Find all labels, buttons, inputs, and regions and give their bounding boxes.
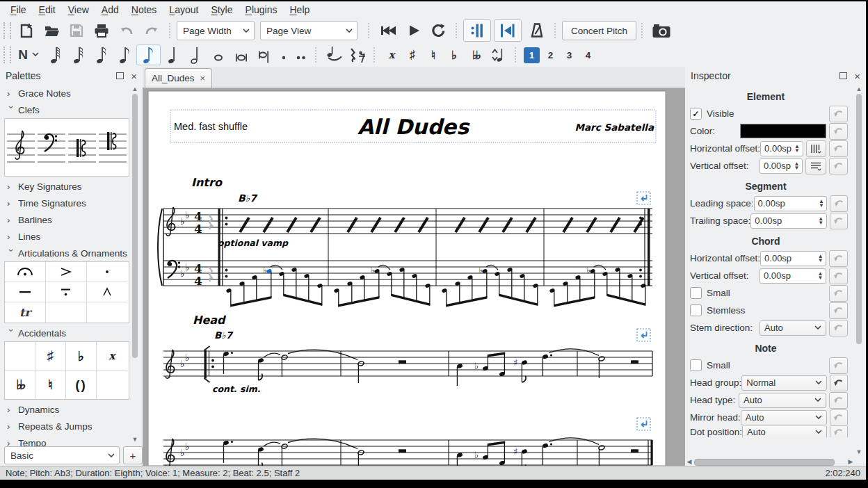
reset-head-type-button[interactable] bbox=[829, 392, 848, 409]
tab-all-dudes[interactable]: All_Dudes × bbox=[145, 68, 212, 88]
note-quarter-button[interactable] bbox=[161, 45, 184, 65]
reset-leading-button[interactable] bbox=[830, 195, 848, 212]
palette-cell-fermata[interactable] bbox=[5, 262, 46, 282]
open-file-button[interactable] bbox=[39, 20, 64, 41]
save-button[interactable] bbox=[64, 20, 89, 41]
hraster-button[interactable] bbox=[806, 140, 827, 157]
palette-item-articulations[interactable]: › Articulations & Ornaments bbox=[0, 245, 129, 261]
reset-stem-direction-button[interactable] bbox=[829, 320, 848, 336]
palette-item-dynamics[interactable]: › Dynamics bbox=[0, 401, 129, 418]
palette-cell-bass-clef[interactable] bbox=[35, 119, 66, 175]
palette-cell-flat[interactable]: ♭ bbox=[66, 342, 97, 371]
tempo-text[interactable]: Med. fast shuffle bbox=[174, 121, 248, 132]
palette-cell-sharp[interactable]: ♯ bbox=[35, 342, 66, 371]
palette-cell-empty[interactable] bbox=[87, 302, 127, 323]
color-swatch[interactable] bbox=[740, 124, 826, 138]
note-half-button[interactable] bbox=[184, 45, 207, 65]
rehearsal-intro[interactable]: Intro bbox=[191, 176, 223, 189]
chord-symbol[interactable]: B♭7 bbox=[214, 330, 234, 341]
note-input-dropdown-chevron[interactable] bbox=[32, 52, 40, 58]
palette-item-repeats-jumps[interactable]: › Repeats & Jumps bbox=[0, 418, 129, 434]
close-icon[interactable]: × bbox=[854, 71, 860, 81]
tie-button[interactable] bbox=[323, 45, 346, 65]
spin-down-arrow[interactable]: ▼ bbox=[794, 166, 800, 170]
dot-position-select[interactable]: Auto bbox=[742, 426, 827, 437]
toolbar-drag-handle[interactable] bbox=[3, 22, 11, 39]
spin-down-arrow[interactable]: ▼ bbox=[794, 149, 800, 153]
natural-button[interactable]: ♮ bbox=[423, 45, 444, 65]
voice-1-button[interactable]: 1 bbox=[524, 47, 540, 63]
score-page-svg[interactable]: Med. fast shuffle All Dudes Marc Sabatel… bbox=[143, 88, 685, 466]
scroll-left-arrow[interactable]: ◀ bbox=[685, 457, 693, 466]
rehearsal-head[interactable]: Head bbox=[193, 314, 227, 327]
note-longa-button[interactable] bbox=[252, 45, 275, 65]
new-score-button[interactable] bbox=[14, 20, 39, 41]
palette-cell-parentheses[interactable]: () bbox=[66, 371, 97, 399]
palette-cell-empty[interactable] bbox=[5, 342, 35, 371]
reset-dot-position-button[interactable] bbox=[830, 426, 848, 437]
composer-text[interactable]: Marc Sabatella bbox=[575, 122, 654, 133]
vraster-button[interactable] bbox=[805, 158, 826, 174]
line-break-marker[interactable] bbox=[637, 418, 650, 430]
leading-space-spinbox[interactable]: 0.00sp ▲▼ bbox=[754, 196, 828, 211]
scroll-up-arrow[interactable]: ▲ bbox=[131, 85, 139, 93]
palette-cell-trill[interactable]: tr bbox=[5, 302, 46, 323]
note-breve-button[interactable] bbox=[230, 45, 252, 65]
spin-down-arrow[interactable]: ▼ bbox=[819, 204, 824, 208]
palette-item-accidentals[interactable]: › Accidentals bbox=[0, 325, 129, 341]
play-repeats-toggle[interactable] bbox=[463, 19, 491, 42]
note-128th-button[interactable] bbox=[45, 45, 67, 65]
add-palette-button[interactable]: + bbox=[123, 446, 143, 464]
note-16th-button[interactable] bbox=[113, 45, 136, 65]
spin-down-arrow[interactable]: ▼ bbox=[818, 276, 823, 280]
mirror-head-select[interactable]: Auto bbox=[741, 410, 827, 425]
line-break-marker[interactable] bbox=[637, 329, 650, 341]
flat-button[interactable]: ♭ bbox=[444, 45, 465, 65]
double-flat-button[interactable]: ♭♭ bbox=[465, 45, 487, 65]
reset-stemless-button[interactable] bbox=[829, 302, 848, 319]
palette-item-tempo[interactable]: › Tempo bbox=[0, 434, 129, 446]
sharp-button[interactable]: ♯ bbox=[402, 45, 423, 65]
menu-file[interactable]: File bbox=[4, 3, 33, 17]
palette-cell-natural[interactable]: ♮ bbox=[35, 371, 66, 399]
redo-button[interactable] bbox=[139, 20, 164, 41]
menu-plugins[interactable]: Plugins bbox=[239, 3, 284, 17]
undock-icon[interactable] bbox=[839, 72, 847, 79]
zoom-select[interactable]: Page Width bbox=[177, 21, 255, 40]
score-title[interactable]: All Dudes bbox=[357, 115, 470, 139]
palette-cell-double-sharp[interactable]: x bbox=[97, 342, 127, 371]
print-button[interactable] bbox=[89, 20, 114, 41]
voice-2-button[interactable]: 2 bbox=[542, 47, 558, 63]
palette-cell-treble-clef[interactable] bbox=[5, 119, 35, 175]
spin-down-arrow[interactable]: ▼ bbox=[818, 221, 823, 225]
reset-chord-hoffset-button[interactable] bbox=[829, 250, 848, 267]
scroll-down-arrow[interactable]: ▼ bbox=[131, 435, 139, 444]
scroll-right-arrow[interactable]: ▶ bbox=[846, 457, 855, 466]
reset-voffset-button[interactable] bbox=[829, 158, 848, 174]
reset-mirror-head-button[interactable] bbox=[830, 409, 849, 426]
tab-close-icon[interactable]: × bbox=[200, 73, 206, 83]
palette-cell-tenor-clef[interactable] bbox=[97, 119, 127, 175]
palette-item-time-signatures[interactable]: › Time Signatures bbox=[0, 195, 129, 211]
palette-item-barlines[interactable]: › Barlines bbox=[0, 211, 129, 228]
note-small-checkbox[interactable] bbox=[690, 359, 702, 371]
loop-playback-button[interactable] bbox=[426, 20, 451, 41]
scrollbar-thumb[interactable] bbox=[132, 94, 138, 358]
palette-item-lines[interactable]: › Lines bbox=[0, 228, 129, 245]
reset-head-group-button[interactable] bbox=[830, 375, 848, 391]
voffset-spinbox[interactable]: 0.00sp ▲▼ bbox=[760, 158, 803, 174]
palette-item-key-signatures[interactable]: › Key Signatures bbox=[0, 178, 129, 195]
score-canvas[interactable]: Med. fast shuffle All Dudes Marc Sabatel… bbox=[143, 88, 685, 466]
head-group-select[interactable]: Normal bbox=[741, 375, 826, 391]
play-button[interactable] bbox=[401, 20, 426, 41]
undock-icon[interactable] bbox=[116, 72, 124, 79]
menu-layout[interactable]: Layout bbox=[163, 3, 204, 17]
palette-cell-staccato[interactable] bbox=[87, 262, 127, 282]
reset-hoffset-button[interactable] bbox=[829, 140, 848, 157]
palette-item-grace-notes[interactable]: › Grace Notes bbox=[0, 85, 129, 101]
menu-view[interactable]: View bbox=[62, 3, 95, 17]
visible-checkbox[interactable]: ✓ bbox=[690, 108, 702, 120]
reset-small-button[interactable] bbox=[829, 285, 848, 302]
spin-down-arrow[interactable]: ▼ bbox=[818, 259, 823, 263]
small-checkbox[interactable] bbox=[690, 287, 702, 299]
